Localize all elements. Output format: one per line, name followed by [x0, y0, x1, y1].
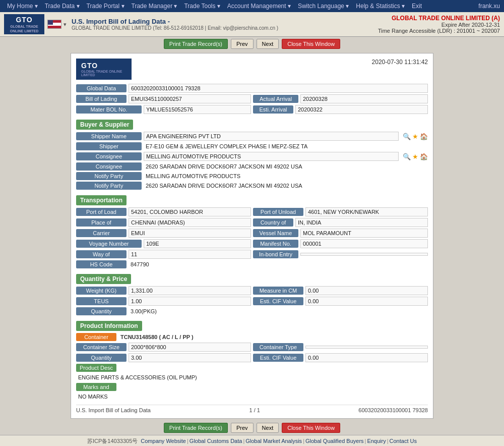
footer-contact[interactable]: Contact Us: [390, 438, 417, 444]
container-size-value: 2000*806*800: [129, 343, 251, 352]
teus-col: TEUS 1.00: [76, 297, 251, 306]
next-button-bottom[interactable]: Next: [257, 423, 279, 433]
print-button[interactable]: Print Trade Record(s): [164, 39, 228, 49]
teus-cif-row: TEUS 1.00 Esti. CIF Value 0.00: [76, 297, 428, 306]
product-cif-col: Esti. CIF Value 0.00: [253, 353, 428, 362]
notify-party-addr-row: Notify Party 2620 SARADAN DRIVE DOCK6OR7…: [76, 182, 428, 190]
container-size-label: Container Size: [76, 343, 127, 351]
marks-row: Marks and: [76, 383, 428, 391]
way-value: 11: [129, 250, 251, 259]
shipper-name-row: Shipper Name APA ENGINEERING PVT LTD 🔍 ★…: [76, 132, 428, 141]
footer-global-customs[interactable]: Global Customs Data: [190, 438, 242, 444]
footer-enquiry[interactable]: Enquiry: [367, 438, 386, 444]
weight-measure-row: Weight (KG) 1,331.00 Measure in CM 0.00: [76, 286, 428, 295]
quantity-value: 3.00(PKG): [129, 307, 428, 315]
prev-button[interactable]: Prev: [231, 39, 254, 49]
teus-label: TEUS: [76, 297, 127, 305]
card-header: GTO GLOBAL TRADE ONLINE LIMITED 2020-07-…: [76, 59, 428, 80]
product-info-section: Product Information Container TCNU314858…: [76, 317, 428, 401]
prev-button-bottom[interactable]: Prev: [231, 423, 254, 433]
way-bond-row: Way of 11 In-bond Entry: [76, 250, 428, 259]
record-card: GTO GLOBAL TRADE ONLINE LIMITED 2020-07-…: [71, 53, 433, 419]
transportation-section: Transportation Port of Load 54201, COLOM…: [76, 191, 428, 268]
shipper-addr-value: E7-E10 GEM & JEWELLERY COMPLEX PHASE I M…: [144, 142, 428, 150]
bond-col: In-bond Entry: [253, 250, 428, 258]
shipper-addr-row: Shipper E7-E10 GEM & JEWELLERY COMPLEX P…: [76, 142, 428, 150]
manifest-value: 000001: [300, 239, 428, 248]
footer-links: Company Website | Global Customs Data | …: [141, 438, 417, 444]
bond-label: In-bond Entry: [253, 250, 298, 258]
close-button[interactable]: Close This Window: [282, 39, 340, 49]
notify-party-addr-value: 2620 SARADAN DRIVE DOCK6OR7 JACKSON MI 4…: [144, 182, 428, 190]
footer-qualified-buyers[interactable]: Global Qualified Buyers: [305, 438, 364, 444]
nav-trade-tools[interactable]: Trade Tools ▾: [181, 2, 223, 11]
nav-exit[interactable]: Exit: [409, 2, 425, 11]
card-footer: U.S. Import Bill of Lading Data 1 / 1 60…: [76, 405, 428, 413]
footer-market-analysis[interactable]: Global Market Analysis: [245, 438, 302, 444]
bottom-toolbar: Print Trade Record(s) Prev Next Close Th…: [0, 421, 504, 435]
buyer-supplier-section: Buyer & Supplier Shipper Name APA ENGINE…: [76, 116, 428, 190]
header-bar: GTO GLOBAL TRADE ONLINE LIMITED ▾ U.S. I…: [0, 12, 504, 37]
vessel-label: Vessel Name: [253, 229, 298, 237]
port-load-label: Port of Load: [76, 208, 127, 216]
global-data-value: 60032020033100001 79328: [129, 84, 428, 93]
cif-label: Esti. CIF Value: [253, 297, 303, 305]
quantity-row: Quantity 3.00(PKG): [76, 307, 428, 315]
container-value: TCNU3148580 ( AC / L / PP ): [118, 333, 428, 341]
container-label: Container: [76, 333, 116, 341]
product-desc-label: Product Desc: [76, 364, 116, 372]
weight-value: 1,331.00: [129, 286, 251, 295]
main-content: GTO GLOBAL TRADE ONLINE LIMITED 2020-07-…: [0, 51, 504, 421]
print-button-bottom[interactable]: Print Trade Record(s): [164, 423, 228, 433]
shipper-label: Shipper: [76, 142, 142, 150]
hs-code-value: 847790: [129, 260, 428, 268]
nav-my-home[interactable]: My Home ▾: [4, 2, 41, 11]
consignee-search-icon[interactable]: 🔍: [403, 153, 411, 160]
header-info: U.S. Import Bill of Lading Data - GLOBAL…: [72, 18, 278, 31]
buyer-supplier-header: Buyer & Supplier: [76, 120, 133, 130]
next-button[interactable]: Next: [257, 39, 279, 49]
actual-arrival-col: Actual Arrival 20200328: [253, 94, 428, 103]
port-row: Port of Load 54201, COLOMBO HARBOR Port …: [76, 207, 428, 216]
weight-col: Weight (KG) 1,331.00: [76, 286, 251, 295]
quantity-label: Quantity: [76, 307, 127, 315]
star-icon[interactable]: ★: [412, 133, 418, 140]
icp-number: 苏ICP备14033305号: [87, 437, 138, 445]
masterbol-value: YMLUE515052576: [144, 105, 251, 114]
esti-arrival-label: Esti. Arrival: [253, 105, 293, 114]
global-data-label: Global Data: [76, 84, 127, 92]
hs-code-row: HS Code 847790: [76, 260, 428, 268]
nav-trade-manager[interactable]: Trade Manager ▾: [129, 2, 180, 11]
vessel-col: Vessel Name MOL PARAMOUNT: [253, 229, 428, 238]
nav-trade-portal[interactable]: Trade Portal ▾: [84, 2, 128, 11]
consignee-name-label: Consignee: [76, 152, 142, 160]
nav-trade-data[interactable]: Trade Data ▾: [42, 2, 83, 11]
card-timestamp: 2020-07-30 11:31:42: [372, 59, 428, 66]
consignee-home-icon[interactable]: 🏠: [420, 153, 428, 160]
teus-value: 1.00: [129, 297, 251, 306]
footer-bar: 苏ICP备14033305号 Company Website | Global …: [0, 435, 504, 446]
actual-arrival-value: 20200328: [300, 94, 428, 103]
notify-party-name-row: Notify Party MELLING AUTOMOTIVE PRODUCTS: [76, 172, 428, 180]
logo-area: GTO GLOBAL TRADE ONLINE LIMITED ▾: [4, 14, 67, 34]
consignee-star-icon[interactable]: ★: [412, 153, 418, 160]
product-qty-cif-row: Quantity 3.00 Esti. CIF Value 0.00: [76, 353, 428, 362]
footer-company-website[interactable]: Company Website: [141, 438, 186, 444]
close-button-bottom[interactable]: Close This Window: [282, 423, 340, 433]
nav-account-mgmt[interactable]: Account Management ▾: [224, 2, 294, 11]
nav-switch-lang[interactable]: Switch Language ▾: [295, 2, 352, 11]
nav-help[interactable]: Help & Statistics ▾: [353, 2, 408, 11]
container-row: Container TCNU3148580 ( AC / L / PP ): [76, 333, 428, 341]
voyage-value: 109E: [144, 239, 251, 248]
bol-col: Bill of Lading EMUI345110000257: [76, 94, 251, 103]
measure-col: Measure in CM 0.00: [253, 286, 428, 295]
home-icon[interactable]: 🏠: [420, 133, 428, 140]
voyage-col: Voyage Number 109E: [76, 239, 251, 248]
masterbol-col: Mater BOL No. YMLUE515052576: [76, 105, 251, 114]
port-unload-label: Port of Unload: [253, 208, 303, 216]
marks-value: NO MARKS: [76, 393, 428, 401]
search-icon[interactable]: 🔍: [403, 133, 411, 140]
bond-value: [300, 253, 428, 256]
container-type-col: Container Type: [253, 343, 428, 351]
carrier-label: Carrier: [76, 229, 127, 237]
